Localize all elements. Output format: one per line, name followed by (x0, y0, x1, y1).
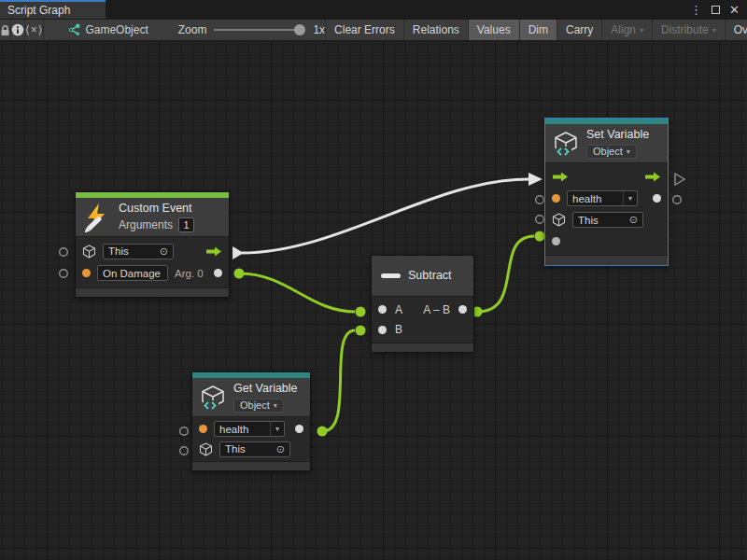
chevron-down-icon: ▾ (627, 147, 630, 156)
gameobject-icon (66, 23, 80, 36)
node-header[interactable]: Get Variable Object ▾ (192, 378, 310, 417)
distribute-button[interactable]: Distribute ▾ (653, 20, 726, 40)
cube-icon (82, 245, 96, 259)
variable-icon (553, 131, 579, 157)
script-graph-window: Script Graph ⋮ ✕ ⟨×⟩ (0, 0, 747, 560)
port-setvar-name-in[interactable] (536, 196, 544, 204)
node-footer (76, 287, 229, 297)
values-toggle[interactable]: Values (469, 20, 520, 40)
target-field[interactable]: This ⊙ (219, 441, 290, 457)
port-subtract-a-in[interactable] (356, 307, 366, 317)
port-getvar-in-2[interactable] (180, 447, 189, 455)
zoom-slider[interactable] (214, 29, 300, 31)
node-title: Subtract (408, 269, 452, 283)
chevron-down-icon: ▾ (628, 194, 632, 203)
object-picker-icon[interactable]: ⊙ (276, 444, 285, 455)
graph-toolbar: ⟨×⟩ GameObject Zoom 1x Clear Errors Rela… (0, 19, 747, 41)
node-set-variable[interactable]: Set Variable Object ▾ (544, 118, 669, 266)
code-view-button[interactable]: ⟨×⟩ (25, 20, 44, 40)
wire-flow (242, 179, 529, 253)
window-menu-icon[interactable]: ⋮ (690, 4, 702, 16)
carry-toggle[interactable]: Carry (557, 20, 602, 40)
variable-name-dropdown[interactable]: health ▾ (214, 421, 285, 437)
port-setvar-target-in[interactable] (536, 216, 544, 224)
output-port-icon[interactable] (458, 305, 467, 314)
maximize-icon[interactable] (712, 6, 720, 14)
node-header[interactable]: Custom Event Arguments 1 (76, 198, 229, 237)
flow-out-arrow-icon[interactable] (205, 246, 222, 257)
graph-canvas[interactable]: Custom Event Arguments 1 This ⊙ (0, 41, 747, 560)
align-button[interactable]: Align ▾ (602, 20, 653, 40)
input-a-label: A (395, 303, 402, 316)
node-body: health ▾ This ⊙ (192, 417, 310, 461)
object-picker-icon[interactable]: ⊙ (629, 215, 638, 225)
flow-in-arrow-icon[interactable] (552, 172, 569, 182)
port-getvar-in-1[interactable] (180, 427, 189, 436)
dropdown-button[interactable]: ▾ (623, 191, 637, 205)
value-out-port-icon[interactable] (653, 194, 661, 203)
value-in-port-icon[interactable] (552, 237, 560, 245)
gameobject-breadcrumb[interactable]: GameObject (66, 20, 148, 40)
variable-name-dropdown[interactable]: health ▾ (567, 190, 638, 206)
name-port-icon[interactable] (552, 194, 560, 203)
arguments-label: Arguments (119, 218, 173, 231)
node-footer (545, 255, 668, 265)
node-subtract[interactable]: Subtract A A – B B (371, 255, 474, 353)
port-arg0-out[interactable] (234, 269, 245, 279)
input-a-port-icon[interactable] (378, 305, 387, 314)
flow-out-arrow-icon[interactable] (644, 172, 661, 182)
arg0-port-icon[interactable] (214, 269, 222, 277)
zoom-control: Zoom 1x (178, 20, 325, 40)
target-field[interactable]: This ⊙ (103, 244, 174, 259)
zoom-label: Zoom (178, 23, 207, 36)
close-icon[interactable]: ✕ (729, 4, 740, 16)
value-out-port-icon[interactable] (295, 425, 303, 433)
node-get-variable[interactable]: Get Variable Object ▾ health ▾ (191, 371, 311, 471)
dropdown-button[interactable]: ▾ (270, 422, 284, 436)
port-setvar-flow-out[interactable] (675, 174, 684, 185)
name-port-icon[interactable] (199, 425, 207, 433)
input-b-port-icon[interactable] (378, 326, 387, 334)
node-footer (372, 343, 473, 352)
object-picker-icon[interactable]: ⊙ (160, 246, 168, 257)
cube-icon (199, 442, 213, 456)
port-customevent-in-1[interactable] (60, 248, 68, 257)
node-custom-event[interactable]: Custom Event Arguments 1 This ⊙ (75, 191, 230, 298)
overview-button[interactable]: Overv (726, 20, 747, 40)
zoom-slider-handle[interactable] (294, 24, 305, 35)
info-button[interactable] (11, 20, 25, 40)
variable-icon (200, 385, 226, 411)
node-header[interactable]: Subtract (372, 256, 473, 297)
zoom-value: 1x (313, 23, 325, 36)
node-footer (192, 461, 310, 470)
port-setvar-value-out[interactable] (673, 196, 682, 204)
port-subtract-b-in[interactable] (356, 326, 366, 336)
node-header[interactable]: Set Variable Object ▾ (545, 124, 668, 163)
chevron-down-icon: ▾ (640, 26, 643, 35)
event-name-field[interactable]: On Damage (97, 265, 168, 281)
tab-label: Script Graph (7, 4, 70, 17)
arguments-input[interactable]: 1 (178, 217, 194, 232)
wire-get-to-b (323, 330, 355, 431)
node-body: A A – B B (372, 297, 473, 343)
port-setvar-value-in[interactable] (535, 231, 545, 242)
wire-flow-arrowhead (529, 173, 543, 186)
event-port-icon[interactable] (82, 269, 91, 277)
wire-subtract-to-set (478, 236, 534, 312)
tab-script-graph[interactable]: Script Graph (0, 0, 106, 19)
scope-dropdown[interactable]: Object ▾ (233, 399, 284, 413)
chevron-down-icon: ▾ (712, 26, 716, 35)
clear-errors-button[interactable]: Clear Errors (325, 20, 404, 40)
window-controls: ⋮ ✕ (690, 0, 747, 19)
port-getvar-out[interactable] (317, 427, 328, 437)
dim-toggle[interactable]: Dim (520, 20, 557, 40)
scope-dropdown[interactable]: Object ▾ (586, 145, 637, 159)
relations-button[interactable]: Relations (404, 20, 469, 40)
chevron-down-icon: ▾ (274, 401, 277, 410)
output-label: A – B (423, 303, 450, 316)
flow-source-triangle[interactable] (233, 246, 244, 259)
port-customevent-in-2[interactable] (60, 270, 68, 278)
target-field[interactable]: This ⊙ (572, 212, 643, 228)
lock-button[interactable] (0, 20, 11, 40)
node-title: Custom Event (119, 202, 194, 216)
